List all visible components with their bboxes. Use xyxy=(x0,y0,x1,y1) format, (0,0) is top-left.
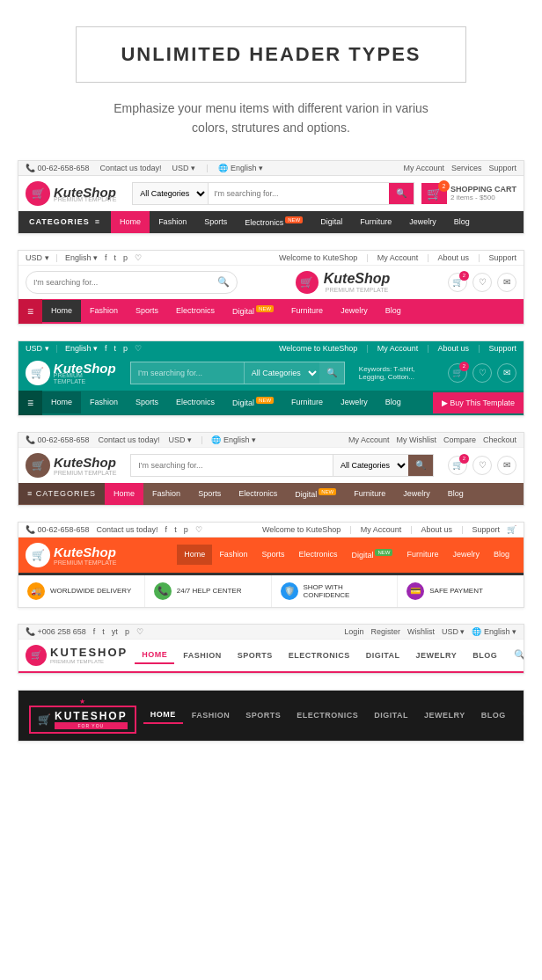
p4-nav-sports[interactable]: Sports xyxy=(189,483,230,505)
p6-nav-sports[interactable]: SPORTS xyxy=(231,647,280,663)
p3-support[interactable]: Support xyxy=(488,344,516,353)
p1-nav-digital[interactable]: Digital xyxy=(311,211,351,233)
p5-nav-jewelry[interactable]: Jewelry xyxy=(445,545,487,565)
p3-wishlist-button[interactable]: ♡ xyxy=(472,363,492,383)
p2-nav-electronics[interactable]: Electronics xyxy=(167,300,223,322)
p4-nav-digital[interactable]: DigitalNEW xyxy=(286,483,345,505)
p3-search-input[interactable] xyxy=(131,362,244,384)
p4-nav-electronics[interactable]: Electronics xyxy=(230,483,286,505)
p7-nav-electronics[interactable]: ELECTRONICS xyxy=(289,707,365,723)
p5-cart-top[interactable]: 🛒 xyxy=(507,525,516,534)
p2-nav-home[interactable]: Home xyxy=(42,300,81,322)
p1-categories-button[interactable]: CATEGORIES ≡ xyxy=(18,211,111,232)
p6-search-button[interactable]: 🔍 xyxy=(511,647,524,664)
p1-support[interactable]: Support xyxy=(488,164,516,172)
p6-nav-electronics[interactable]: ELECTRONICS xyxy=(282,647,357,663)
p5-nav-fashion[interactable]: Fashion xyxy=(212,545,254,565)
p5-about-us[interactable]: About us xyxy=(421,525,453,534)
p5-my-account[interactable]: My Account xyxy=(361,525,402,534)
p3-category-select[interactable]: All Categories xyxy=(244,362,319,384)
p2-nav-digital[interactable]: DigitalNEW xyxy=(223,300,282,322)
p3-my-account[interactable]: My Account xyxy=(377,344,419,353)
p6-nav-fashion[interactable]: FASHION xyxy=(176,647,229,663)
p3-cart-button[interactable]: 🛒2 xyxy=(448,363,467,383)
p4-search-input[interactable] xyxy=(131,455,333,476)
p6-register[interactable]: Register xyxy=(370,627,400,636)
p5-nav-furniture[interactable]: Furniture xyxy=(399,545,445,565)
p4-category-select[interactable]: All Categories xyxy=(333,455,408,476)
p2-cart-button[interactable]: 🛒2 xyxy=(448,273,467,292)
p1-search-input[interactable] xyxy=(209,183,389,204)
p1-services[interactable]: Services xyxy=(451,164,482,172)
p3-about-us[interactable]: About us xyxy=(438,344,470,353)
p3-buy-button[interactable]: ▶ Buy This Template xyxy=(433,392,524,413)
p2-my-account[interactable]: My Account xyxy=(377,253,419,262)
p5-nav-home[interactable]: Home xyxy=(177,545,212,565)
p4-email-button[interactable]: ✉ xyxy=(497,456,516,475)
p6-nav-jewelry[interactable]: JEWELRY xyxy=(409,647,465,663)
p5-nav-digital[interactable]: DigitalNEW xyxy=(344,545,399,565)
p6-nav-blog[interactable]: BLOG xyxy=(465,647,504,663)
p7-search-button[interactable]: 🔍 xyxy=(520,706,524,724)
p1-category-select[interactable]: All Categories xyxy=(133,183,209,204)
p3-nav-digital[interactable]: DigitalNEW xyxy=(223,391,282,413)
p3-nav-jewelry[interactable]: Jewelry xyxy=(332,391,377,413)
p1-my-account[interactable]: My Account xyxy=(403,164,444,172)
p6-nav-digital[interactable]: DIGITAL xyxy=(359,647,407,663)
p4-categories-button[interactable]: ≡ CATEGORIES xyxy=(18,483,105,504)
p7-nav-home[interactable]: HOME xyxy=(143,706,183,724)
p2-support[interactable]: Support xyxy=(488,253,516,262)
p2-about-us[interactable]: About us xyxy=(438,253,470,262)
p5-nav-sports[interactable]: Sports xyxy=(254,545,291,565)
p3-nav-fashion[interactable]: Fashion xyxy=(81,391,127,413)
p4-cart-button[interactable]: 🛒2 xyxy=(448,456,467,475)
p4-nav-home[interactable]: Home xyxy=(105,483,143,505)
p5-nav-electronics[interactable]: Electronics xyxy=(291,545,344,565)
p4-nav-furniture[interactable]: Furniture xyxy=(345,483,394,505)
p1-nav-sports[interactable]: Sports xyxy=(195,211,236,233)
p3-nav-toggle[interactable]: ≡ xyxy=(18,391,42,415)
p4-checkout[interactable]: Checkout xyxy=(483,435,516,444)
p4-my-account[interactable]: My Account xyxy=(348,435,390,444)
p3-nav-home[interactable]: Home xyxy=(42,391,81,413)
p2-email-button[interactable]: ✉ xyxy=(497,273,516,292)
p6-nav-home[interactable]: HOME xyxy=(135,647,174,664)
p3-email-button[interactable]: ✉ xyxy=(497,363,516,383)
p2-nav-fashion[interactable]: Fashion xyxy=(81,300,127,322)
p5-nav-blog[interactable]: Blog xyxy=(487,545,516,565)
p1-nav-furniture[interactable]: Furniture xyxy=(351,211,400,233)
p2-nav-toggle[interactable]: ≡ xyxy=(18,299,42,324)
p2-nav-sports[interactable]: Sports xyxy=(127,300,167,322)
p4-wishlist-button[interactable]: ♡ xyxy=(472,456,492,475)
p4-my-wishlist[interactable]: My Wishlist xyxy=(396,435,436,444)
p4-nav-blog[interactable]: Blog xyxy=(439,483,472,505)
p3-nav-furniture[interactable]: Furniture xyxy=(282,391,332,413)
p4-search-button[interactable]: 🔍 xyxy=(408,455,433,476)
p2-nav-blog[interactable]: Blog xyxy=(377,300,410,322)
p7-nav-fashion[interactable]: FASHION xyxy=(185,707,238,723)
p1-nav-home[interactable]: Home xyxy=(111,211,150,233)
p1-nav-jewelry[interactable]: Jewelry xyxy=(400,211,445,233)
p3-nav-blog[interactable]: Blog xyxy=(377,391,410,413)
p1-cart[interactable]: 🛒 2 SHOPPING CART 2 items - $500 xyxy=(421,183,516,204)
p1-nav-electronics[interactable]: ElectronicsNEW xyxy=(236,211,311,233)
p2-wishlist-button[interactable]: ♡ xyxy=(472,273,492,292)
p3-search-button[interactable]: 🔍 xyxy=(319,362,344,384)
p6-wishlist[interactable]: Wishlist xyxy=(407,627,435,636)
p4-compare[interactable]: Compare xyxy=(443,435,476,444)
p7-nav-digital[interactable]: DIGITAL xyxy=(367,707,415,723)
p2-nav-furniture[interactable]: Furniture xyxy=(282,300,332,322)
p7-nav-jewelry[interactable]: JEWELRY xyxy=(417,707,472,723)
p4-nav-fashion[interactable]: Fashion xyxy=(143,483,189,505)
p4-nav-jewelry[interactable]: Jewelry xyxy=(394,483,439,505)
p3-nav-sports[interactable]: Sports xyxy=(127,391,167,413)
p1-nav-fashion[interactable]: Fashion xyxy=(150,211,195,233)
p3-nav-electronics[interactable]: Electronics xyxy=(167,391,223,413)
p7-nav-blog[interactable]: BLOG xyxy=(474,707,513,723)
p2-search-icon[interactable]: 🔍 xyxy=(217,276,230,288)
p5-support[interactable]: Support xyxy=(472,525,500,534)
p2-search-input[interactable] xyxy=(33,278,217,287)
p7-nav-sports[interactable]: SPORTS xyxy=(238,707,288,723)
p1-search-button[interactable]: 🔍 xyxy=(389,183,414,204)
p1-nav-blog[interactable]: Blog xyxy=(445,211,479,233)
